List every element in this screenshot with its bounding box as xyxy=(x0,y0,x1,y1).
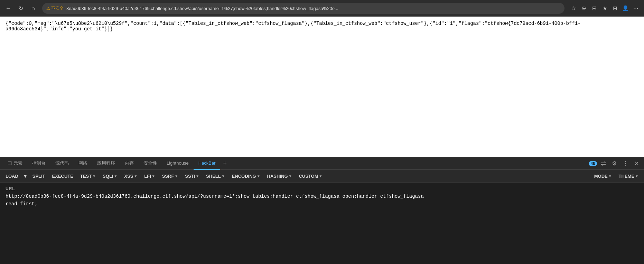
tab-lighthouse[interactable]: Lighthouse xyxy=(162,157,194,170)
devtools-actions: 46 ⇌ ⚙ ⋮ ✕ xyxy=(589,159,641,168)
devtools-network-icon[interactable]: ⇌ xyxy=(598,159,608,168)
split-button[interactable]: ⊟ xyxy=(589,3,599,13)
tab-lighthouse-label: Lighthouse xyxy=(167,160,189,166)
sqli-arrow: ▼ xyxy=(114,174,117,178)
tab-memory[interactable]: 内存 xyxy=(120,157,139,170)
hackbar-load-arrow-button[interactable]: ▼ xyxy=(22,172,28,180)
hackbar-sqli-button[interactable]: SQLI ▼ xyxy=(100,172,120,180)
hackbar-test-button[interactable]: TEST ▼ xyxy=(77,172,99,180)
hackbar-xss-button[interactable]: XSS ▼ xyxy=(121,172,140,180)
hackbar-hashing-button[interactable]: HASHING ▼ xyxy=(264,172,295,180)
tab-security-label: 安全性 xyxy=(143,160,157,166)
tab-hackbar[interactable]: HackBar xyxy=(194,157,221,170)
extension-button[interactable]: ⊕ xyxy=(579,3,589,13)
tab-add-button[interactable]: + xyxy=(220,160,230,167)
tab-network[interactable]: 网络 xyxy=(74,157,92,170)
tab-console-label: 控制台 xyxy=(32,160,46,166)
home-button[interactable]: ⌂ xyxy=(28,3,38,13)
browser-toolbar-icons: ☆ ⊕ ⊟ ★ ⊞ 👤 ⋯ xyxy=(569,3,641,13)
encoding-arrow: ▼ xyxy=(257,174,260,178)
tab-source[interactable]: 源代码 xyxy=(50,157,74,170)
tab-source-label: 源代码 xyxy=(55,160,69,166)
shell-arrow: ▼ xyxy=(222,174,225,178)
url-label: URL xyxy=(6,186,638,191)
security-warning: ⚠ 不安全 xyxy=(46,6,64,11)
page-json-content: {"code":0,"msg":"\u67e5\u8be2\u6210\u529… xyxy=(6,21,580,32)
address-bar[interactable]: ⚠ 不安全 8ead0b36-fec8-4f4a-9d29-b40a2d3617… xyxy=(42,3,564,14)
url-value: http://8ead0b36-fec8-4f4a-9d29-b40a2d361… xyxy=(6,193,638,208)
devtools-tab-bar: ☐ 元素 控制台 源代码 网络 应用程序 内存 安全性 Lighthouse H… xyxy=(0,157,644,170)
hackbar-split-button[interactable]: SPLIT xyxy=(30,172,48,180)
warning-icon: ⚠ xyxy=(46,6,50,11)
menu-button[interactable]: ⋯ xyxy=(631,3,641,13)
devtools-panel: ☐ 元素 控制台 源代码 网络 应用程序 内存 安全性 Lighthouse H… xyxy=(0,157,644,264)
browser-chrome: ← ↻ ⌂ ⚠ 不安全 8ead0b36-fec8-4f4a-9d29-b40a… xyxy=(0,0,644,17)
hashing-arrow: ▼ xyxy=(289,174,292,178)
elements-icon: ☐ xyxy=(8,160,12,166)
hackbar-encoding-button[interactable]: ENCODING ▼ xyxy=(229,172,263,180)
ssrf-arrow: ▼ xyxy=(175,174,178,178)
url-line1: http://8ead0b36-fec8-4f4a-9d29-b40a2d361… xyxy=(6,194,424,199)
refresh-button[interactable]: ↻ xyxy=(16,3,26,13)
hackbar-theme-button[interactable]: THEME ▼ xyxy=(616,172,641,180)
hackbar-ssti-button[interactable]: SSTI ▼ xyxy=(182,172,202,180)
issue-badge: 46 xyxy=(589,161,597,166)
url-text: 8ead0b36-fec8-4f4a-9d29-b40a2d361769.cha… xyxy=(66,6,560,11)
devtools-close-button[interactable]: ✕ xyxy=(632,159,641,168)
xss-arrow: ▼ xyxy=(134,174,137,178)
tab-hackbar-label: HackBar xyxy=(198,160,216,166)
security-label: 不安全 xyxy=(51,6,64,11)
ssti-arrow: ▼ xyxy=(196,174,199,178)
back-button[interactable]: ← xyxy=(3,3,13,13)
tab-security[interactable]: 安全性 xyxy=(139,157,162,170)
hackbar-custom-button[interactable]: CUSTOM ▼ xyxy=(296,172,325,180)
collections-button[interactable]: ⊞ xyxy=(610,3,620,13)
hackbar-shell-button[interactable]: SHELL ▼ xyxy=(203,172,228,180)
hackbar-mode-button[interactable]: MODE ▼ xyxy=(591,172,615,180)
lfi-arrow: ▼ xyxy=(152,174,155,178)
tab-console[interactable]: 控制台 xyxy=(27,157,50,170)
tab-memory-label: 内存 xyxy=(125,160,134,166)
devtools-more-button[interactable]: ⋮ xyxy=(620,159,630,168)
url-line2: read first; xyxy=(6,201,37,207)
hackbar-lfi-button[interactable]: LFI ▼ xyxy=(141,172,158,180)
page-content: {"code":0,"msg":"\u67e5\u8be2\u6210\u529… xyxy=(0,17,644,157)
tab-network-label: 网络 xyxy=(78,160,87,166)
theme-arrow: ▼ xyxy=(635,174,638,178)
profile-button[interactable]: 👤 xyxy=(620,3,630,13)
devtools-settings-button[interactable]: ⚙ xyxy=(609,159,619,168)
hackbar-load-button[interactable]: LOAD xyxy=(3,172,21,180)
hackbar-toolbar: LOAD ▼ SPLIT EXECUTE TEST ▼ SQLI ▼ XSS ▼… xyxy=(0,170,644,183)
hackbar-content: URL http://8ead0b36-fec8-4f4a-9d29-b40a2… xyxy=(0,183,644,264)
bookmark-star-button[interactable]: ☆ xyxy=(569,3,578,13)
tab-application-label: 应用程序 xyxy=(97,160,115,166)
mode-arrow: ▼ xyxy=(608,174,612,178)
tab-elements-label: 元素 xyxy=(13,160,22,166)
hackbar-execute-button[interactable]: EXECUTE xyxy=(49,172,76,180)
custom-arrow: ▼ xyxy=(319,174,323,178)
tab-elements[interactable]: ☐ 元素 xyxy=(3,157,27,170)
tab-application[interactable]: 应用程序 xyxy=(92,157,120,170)
favorites-button[interactable]: ★ xyxy=(600,3,609,13)
test-arrow: ▼ xyxy=(92,174,96,178)
hackbar-ssrf-button[interactable]: SSRF ▼ xyxy=(159,172,181,180)
